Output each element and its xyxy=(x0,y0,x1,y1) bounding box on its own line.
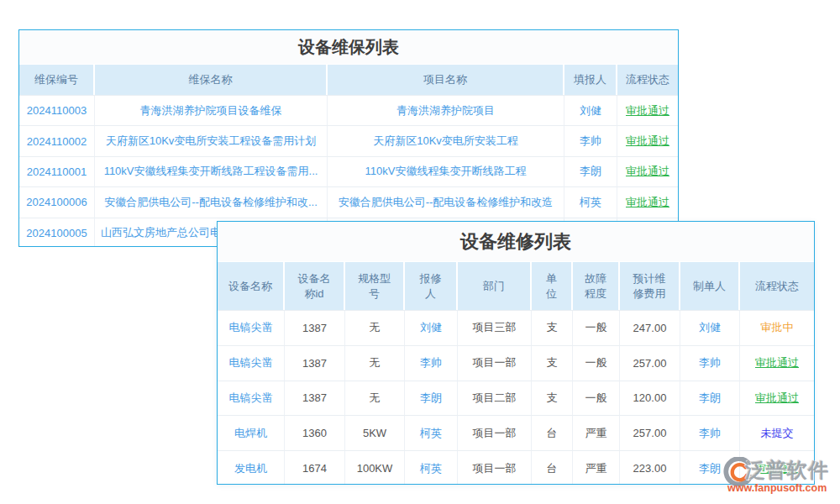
cell-maintenance-no[interactable]: 2024100005 xyxy=(19,218,95,247)
cell-severity: 一般 xyxy=(573,345,620,381)
cell-maintenance-name[interactable]: 安徽合肥供电公司--配电设备检修维护和改... xyxy=(95,186,328,217)
cell-repair-reporter[interactable]: 柯英 xyxy=(405,415,458,450)
cell-cost: 257.00 xyxy=(620,345,680,381)
cell-device-name[interactable]: 电镐尖凿 xyxy=(218,345,285,381)
cell-cost: 120.00 xyxy=(620,381,680,416)
table-row: 发电机1674100KW柯英项目一部台严重223.00李朗审批通过 xyxy=(218,450,814,485)
cell-reporter[interactable]: 李朗 xyxy=(564,156,617,186)
cell-severity: 一般 xyxy=(573,381,620,416)
cell-unit: 支 xyxy=(532,381,573,416)
cell-unit: 支 xyxy=(532,310,573,345)
column-header: 单 位 xyxy=(532,261,573,310)
table-row: 电镐尖凿1387无刘健项目三部支一般247.00刘健审批中 xyxy=(218,310,814,345)
maintenance-table-card: 设备维保列表 维保编号维保名称项目名称填报人流程状态 2024110003青海洪… xyxy=(18,29,679,247)
column-header: 部门 xyxy=(458,261,532,310)
table-row: 2024100006安徽合肥供电公司--配电设备检修维护和改...安徽合肥供电公… xyxy=(19,186,678,217)
cell-device-name[interactable]: 电镐尖凿 xyxy=(218,310,285,345)
cell-device-id: 1387 xyxy=(285,381,345,416)
cell-repair-reporter[interactable]: 柯英 xyxy=(405,450,458,485)
column-header: 故障 程度 xyxy=(573,261,620,310)
cell-department: 项目一部 xyxy=(458,345,532,381)
cell-cost: 247.00 xyxy=(620,310,680,345)
cell-status[interactable]: 审批通过 xyxy=(740,381,814,416)
cell-spec: 5KW xyxy=(345,415,405,450)
table-row: 电镐尖凿1387无李帅项目一部支一般257.00李帅审批通过 xyxy=(218,345,814,381)
cell-department: 项目一部 xyxy=(458,415,532,450)
cell-device-id: 1387 xyxy=(285,345,345,381)
column-header: 维保名称 xyxy=(95,64,328,95)
cell-spec: 无 xyxy=(345,381,405,416)
cell-maker[interactable]: 李帅 xyxy=(680,415,740,450)
cell-status[interactable]: 审批通过 xyxy=(617,186,678,217)
cell-reporter[interactable]: 李帅 xyxy=(564,125,617,155)
cell-status[interactable]: 审批通过 xyxy=(740,450,814,485)
table-row: 2024110002天府新区10Kv变电所安装工程设备需用计划天府新区10Kv变… xyxy=(19,125,678,155)
cell-cost: 257.00 xyxy=(620,415,680,450)
repair-table-header: 设备名称设备名 称id规格型 号报修 人部门单 位故障 程度预计维 修费用制单人… xyxy=(218,261,814,310)
cell-reporter[interactable]: 刘健 xyxy=(564,95,617,125)
table-row: 2024110003青海洪湖养护院项目设备维保青海洪湖养护院项目刘健审批通过 xyxy=(19,95,678,125)
column-header: 项目名称 xyxy=(328,64,564,95)
cell-maker[interactable]: 李帅 xyxy=(680,345,740,381)
cell-spec: 无 xyxy=(345,310,405,345)
cell-maintenance-no[interactable]: 2024110002 xyxy=(19,125,95,155)
cell-maker[interactable]: 刘健 xyxy=(680,310,740,345)
cell-status[interactable]: 审批通过 xyxy=(740,345,814,381)
cell-status[interactable]: 审批通过 xyxy=(617,125,678,155)
cell-device-name[interactable]: 电焊机 xyxy=(218,415,285,450)
cell-status[interactable]: 未提交 xyxy=(740,415,814,450)
column-header: 维保编号 xyxy=(19,64,95,95)
cell-severity: 严重 xyxy=(573,450,620,485)
cell-status[interactable]: 审批通过 xyxy=(617,95,678,125)
cell-repair-reporter[interactable]: 李帅 xyxy=(405,345,458,381)
cell-unit: 支 xyxy=(532,345,573,381)
cell-status[interactable]: 审批中 xyxy=(740,310,814,345)
column-header: 流程状态 xyxy=(740,261,814,310)
cell-unit: 台 xyxy=(532,450,573,485)
cell-department: 项目二部 xyxy=(458,381,532,416)
cell-cost: 223.00 xyxy=(620,450,680,485)
column-header: 流程状态 xyxy=(617,64,678,95)
cell-maintenance-no[interactable]: 2024100006 xyxy=(19,186,95,217)
repair-table-title: 设备维修列表 xyxy=(218,222,814,261)
cell-reporter[interactable]: 柯英 xyxy=(564,186,617,217)
column-header: 报修 人 xyxy=(405,261,458,310)
cell-device-name[interactable]: 电镐尖凿 xyxy=(218,381,285,416)
cell-device-id: 1387 xyxy=(285,310,345,345)
cell-maker[interactable]: 李朗 xyxy=(680,381,740,416)
column-header: 制单人 xyxy=(680,261,740,310)
cell-severity: 一般 xyxy=(573,310,620,345)
cell-maintenance-name[interactable]: 天府新区10Kv变电所安装工程设备需用计划 xyxy=(95,125,328,155)
cell-maintenance-no[interactable]: 2024110001 xyxy=(19,156,95,186)
repair-table-body: 电镐尖凿1387无刘健项目三部支一般247.00刘健审批中电镐尖凿1387无李帅… xyxy=(218,310,814,485)
column-header: 填报人 xyxy=(564,64,617,95)
column-header: 预计维 修费用 xyxy=(620,261,680,310)
column-header: 设备名称 xyxy=(218,261,285,310)
cell-project-name[interactable]: 天府新区10Kv变电所安装工程 xyxy=(328,125,564,155)
repair-table-card: 设备维修列表 设备名称设备名 称id规格型 号报修 人部门单 位故障 程度预计维… xyxy=(217,221,815,485)
column-header: 规格型 号 xyxy=(345,261,405,310)
cell-department: 项目一部 xyxy=(458,450,532,485)
cell-spec: 无 xyxy=(345,345,405,381)
column-header: 设备名 称id xyxy=(285,261,345,310)
cell-project-name[interactable]: 110kV安徽线程集变开断线路工程 xyxy=(328,156,564,186)
table-row: 电焊机13605KW柯英项目一部台严重257.00李帅未提交 xyxy=(218,415,814,450)
cell-maintenance-no[interactable]: 2024110003 xyxy=(19,95,95,125)
cell-device-name[interactable]: 发电机 xyxy=(218,450,285,485)
cell-maintenance-name[interactable]: 110kV安徽线程集变开断线路工程设备需用... xyxy=(95,156,328,186)
table-row: 电镐尖凿1387无李朗项目二部支一般120.00李朗审批通过 xyxy=(218,381,814,416)
cell-repair-reporter[interactable]: 李朗 xyxy=(405,381,458,416)
cell-status[interactable]: 审批通过 xyxy=(617,156,678,186)
cell-project-name[interactable]: 青海洪湖养护院项目 xyxy=(328,95,564,125)
cell-unit: 台 xyxy=(532,415,573,450)
cell-project-name[interactable]: 安徽合肥供电公司--配电设备检修维护和改造 xyxy=(328,186,564,217)
cell-device-id: 1360 xyxy=(285,415,345,450)
cell-maintenance-name[interactable]: 青海洪湖养护院项目设备维保 xyxy=(95,95,328,125)
maintenance-table-title: 设备维保列表 xyxy=(19,30,678,64)
cell-device-id: 1674 xyxy=(285,450,345,485)
cell-severity: 严重 xyxy=(573,415,620,450)
cell-maker[interactable]: 李朗 xyxy=(680,450,740,485)
cell-repair-reporter[interactable]: 刘健 xyxy=(405,310,458,345)
maintenance-table-header: 维保编号维保名称项目名称填报人流程状态 xyxy=(19,64,678,95)
cell-department: 项目三部 xyxy=(458,310,532,345)
